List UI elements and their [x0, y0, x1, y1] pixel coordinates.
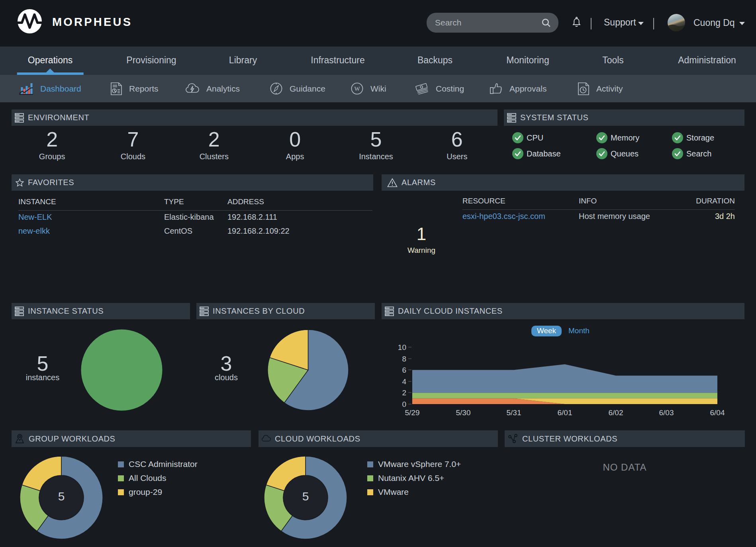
svg-text:2: 2 — [402, 389, 406, 397]
svg-text:6/02: 6/02 — [609, 408, 623, 417]
svg-text:6/04: 6/04 — [710, 408, 725, 417]
svg-text:8: 8 — [402, 355, 406, 363]
svg-text:4: 4 — [402, 377, 406, 386]
svg-text:6/03: 6/03 — [659, 408, 674, 417]
svg-text:W: W — [354, 86, 360, 92]
svg-text:0: 0 — [402, 400, 406, 408]
svg-text:6: 6 — [402, 366, 406, 374]
svg-text:5/30: 5/30 — [456, 408, 471, 417]
svg-text:5/29: 5/29 — [405, 408, 420, 417]
svg-text:6/01: 6/01 — [558, 408, 572, 417]
svg-text:5/31: 5/31 — [507, 408, 521, 417]
svg-text:10: 10 — [398, 343, 406, 352]
